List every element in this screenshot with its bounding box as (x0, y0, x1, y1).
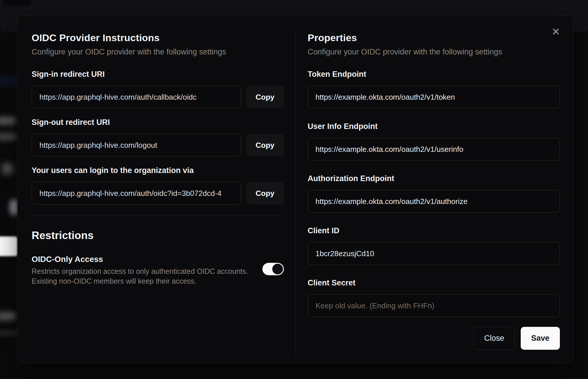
token-endpoint-label: Token Endpoint (308, 70, 560, 79)
sign-out-redirect-uri-input[interactable] (32, 134, 241, 156)
properties-subtitle: Configure your OIDC provider with the fo… (308, 47, 560, 57)
background-blur-element (0, 236, 17, 256)
token-endpoint-row (308, 86, 560, 108)
save-button[interactable]: Save (521, 327, 560, 350)
client-secret-input[interactable] (308, 294, 560, 317)
authorization-endpoint-input[interactable] (308, 190, 560, 213)
instructions-subtitle: Configure your OIDC provider with the fo… (32, 47, 284, 57)
oidc-only-access-description: Restricts organization access to only au… (32, 266, 251, 286)
oidc-only-access-row: OIDC-Only Access Restricts organization … (32, 255, 284, 286)
description-line: Restricts organization access to only au… (32, 266, 251, 276)
background-blur-element (0, 312, 16, 320)
sign-out-redirect-uri-label: Sign-out redirect URI (32, 118, 284, 127)
client-id-row (308, 242, 560, 265)
toggle-thumb (272, 264, 283, 274)
copy-org-login-uri-button[interactable]: Copy (246, 182, 284, 205)
oidc-only-access-toggle[interactable] (262, 263, 284, 275)
background-blur-element (0, 133, 17, 141)
user-info-endpoint-input[interactable] (308, 138, 560, 161)
oidc-only-access-label: OIDC-Only Access (32, 255, 251, 264)
column-divider (295, 29, 296, 356)
client-secret-row (308, 294, 560, 317)
background-blur-element (2, 163, 13, 174)
background-blur-element (0, 116, 16, 125)
authorization-endpoint-label: Authorization Endpoint (308, 174, 560, 183)
restrictions-title: Restrictions (32, 229, 284, 242)
user-info-endpoint-row (308, 138, 560, 161)
oidc-settings-dialog: ✕ OIDC Provider Instructions Configure y… (17, 15, 574, 363)
sign-out-redirect-uri-row: Copy (32, 134, 284, 156)
client-secret-label: Client Secret (308, 278, 560, 287)
section-divider (32, 216, 284, 216)
authorization-endpoint-row (308, 190, 560, 213)
sign-in-redirect-uri-row: Copy (32, 86, 284, 108)
client-id-input[interactable] (308, 242, 560, 265)
oidc-only-access-texts: OIDC-Only Access Restricts organization … (32, 255, 262, 286)
copy-sign-out-uri-button[interactable]: Copy (246, 134, 284, 156)
properties-column: Properties Configure your OIDC provider … (308, 30, 560, 350)
background-blur-element (0, 329, 18, 337)
token-endpoint-input[interactable] (308, 86, 560, 108)
background-blur-element (2, 0, 31, 5)
properties-title: Properties (308, 32, 560, 43)
sign-in-redirect-uri-label: Sign-in redirect URI (32, 70, 284, 79)
close-button[interactable]: Close (473, 327, 515, 350)
client-id-label: Client ID (308, 226, 560, 235)
sign-in-redirect-uri-input[interactable] (32, 86, 241, 108)
background-blur-element (10, 199, 18, 215)
instructions-title: OIDC Provider Instructions (32, 32, 284, 43)
copy-sign-in-uri-button[interactable]: Copy (246, 86, 284, 108)
description-line: Existing non-OIDC members will keep thei… (32, 276, 251, 286)
org-login-uri-row: Copy (32, 182, 284, 205)
org-login-uri-label: Your users can login to the organization… (32, 166, 284, 175)
dialog-actions: Close Save (308, 327, 560, 350)
user-info-endpoint-label: User Info Endpoint (308, 122, 560, 131)
org-login-uri-input[interactable] (32, 182, 241, 205)
instructions-column: OIDC Provider Instructions Configure you… (32, 30, 284, 286)
